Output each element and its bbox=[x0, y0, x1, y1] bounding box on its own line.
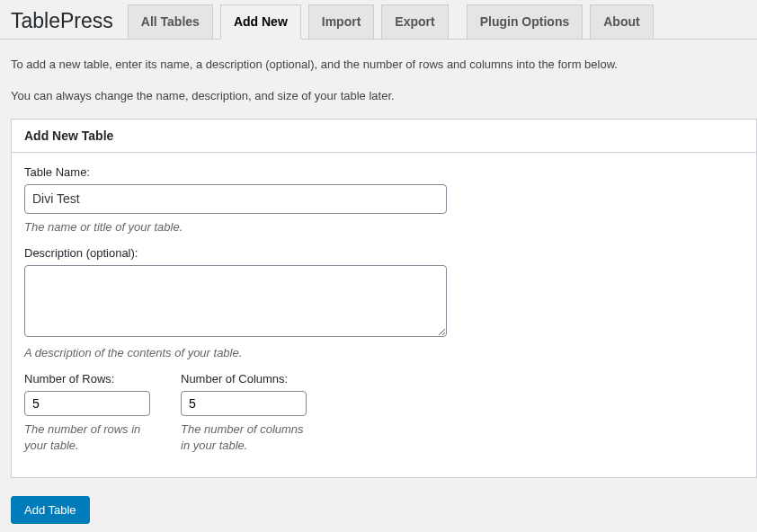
tab-plugin-options[interactable]: Plugin Options bbox=[467, 4, 583, 40]
add-table-box: Add New Table Table Name: The name or ti… bbox=[11, 119, 757, 479]
intro-text: To add a new table, enter its name, a de… bbox=[0, 40, 757, 106]
rows-hint: The number of rows in your table. bbox=[24, 421, 159, 454]
tab-all-tables[interactable]: All Tables bbox=[128, 4, 213, 40]
rows-label: Number of Rows: bbox=[24, 372, 159, 386]
rows-input[interactable] bbox=[24, 391, 150, 416]
add-table-button[interactable]: Add Table bbox=[11, 496, 90, 524]
table-name-hint: The name or title of your table. bbox=[24, 219, 744, 235]
intro-line-2: You can always change the name, descript… bbox=[11, 87, 746, 106]
tab-about[interactable]: About bbox=[590, 4, 653, 40]
nav-tab-bar: TablePress All Tables Add New Import Exp… bbox=[0, 0, 757, 40]
intro-line-1: To add a new table, enter its name, a de… bbox=[11, 56, 746, 75]
tab-add-new[interactable]: Add New bbox=[220, 4, 301, 40]
description-hint: A description of the contents of your ta… bbox=[24, 345, 744, 361]
tab-import[interactable]: Import bbox=[308, 4, 375, 40]
description-input[interactable] bbox=[24, 265, 447, 337]
columns-input[interactable] bbox=[181, 391, 307, 416]
tab-export[interactable]: Export bbox=[381, 4, 448, 40]
columns-label: Number of Columns: bbox=[181, 372, 316, 386]
box-title: Add New Table bbox=[12, 120, 756, 153]
columns-hint: The number of columns in your table. bbox=[181, 421, 316, 454]
description-label: Description (optional): bbox=[24, 246, 744, 260]
table-name-input[interactable] bbox=[24, 184, 447, 214]
page-title: TablePress bbox=[0, 0, 124, 39]
table-name-label: Table Name: bbox=[24, 165, 744, 179]
